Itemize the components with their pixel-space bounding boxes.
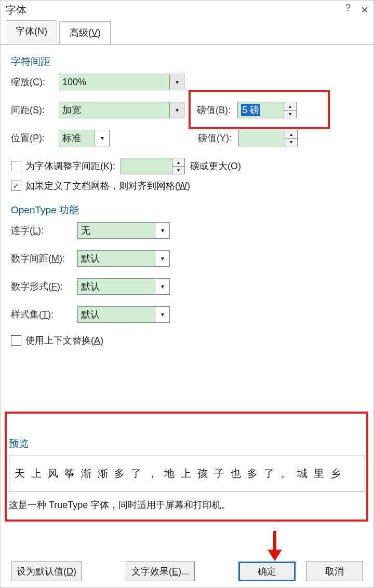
scale-label: 缩放(C): [11,76,59,88]
dialog-title: 字体 [6,3,26,17]
grid-checkbox[interactable]: ✓ 如果定义了文档网格，则对齐到网格(W) [11,180,190,192]
bangzhi-value: 5 磅 [241,104,260,116]
kerning-value [121,158,172,174]
grid-label: 如果定义了文档网格，则对齐到网格(W) [25,180,190,192]
spin-down-icon[interactable]: ▾ [285,139,297,146]
spin-up-icon[interactable]: ▴ [172,158,184,167]
ligature-combo[interactable]: 无 ▾ [77,222,170,239]
ligature-value: 无 [77,222,155,239]
bangzhi2-label: 磅值(Y): [198,132,238,144]
ok-button[interactable]: 确定 [238,562,296,581]
scale-combo[interactable]: 100% ▾ [59,74,184,90]
set-default-button[interactable]: 设为默认值(D) [11,562,82,581]
numform-combo[interactable]: 默认 ▾ [77,278,170,295]
kerning-spin[interactable]: ▴▾ [121,158,185,174]
chevron-down-icon[interactable]: ▾ [95,130,110,146]
spacing-label: 间距(S): [11,104,59,116]
font-dialog: 字体 ? × 字体(N) 高级(V) 字符间距 缩放(C): 100% ▾ 间距… [0,0,374,588]
spacing-value: 加宽 [59,102,170,118]
tab-advanced[interactable]: 高级(V) [59,21,111,45]
context-label: 使用上下文替换(A) [25,334,103,347]
chevron-down-icon[interactable]: ▾ [170,74,184,90]
numsp-value: 默认 [77,250,155,267]
bangzhi2-value [238,130,285,146]
checkbox-checked-icon: ✓ [11,181,21,191]
spacing-combo[interactable]: 加宽 ▾ [59,102,184,118]
checkbox-unchecked-icon [11,161,21,171]
tab-content: 字符间距 缩放(C): 100% ▾ 间距(S): 加宽 ▾ 磅值(B): 5 … [1,44,373,563]
style-label: 样式集(T): [11,308,77,321]
kerning-label: 为字体调整字间距(K): [25,160,115,172]
numform-value: 默认 [77,278,155,295]
kerning-unit: 磅或更大(O) [190,160,241,172]
chevron-down-icon[interactable]: ▾ [155,222,170,239]
cancel-button[interactable]: 取消 [306,562,363,581]
section-char-spacing-title: 字符间距 [11,55,363,69]
numsp-combo[interactable]: 默认 ▾ [77,250,170,267]
tabs: 字体(N) 高级(V) [1,17,373,44]
checkbox-unchecked-icon [11,335,21,346]
tab-font[interactable]: 字体(N) [6,20,57,44]
style-combo[interactable]: 默认 ▾ [77,306,170,323]
style-value: 默认 [77,306,155,323]
numform-label: 数字形式(F): [11,280,77,293]
bangzhi-spin[interactable]: 5 磅 ▴▾ [237,102,297,118]
bangzhi-label: 磅值(B): [197,104,237,116]
kerning-checkbox[interactable]: 为字体调整字间距(K): [11,160,115,172]
title-bar: 字体 ? × [1,1,373,17]
bangzhi2-spin[interactable]: ▴▾ [238,130,298,146]
chevron-down-icon[interactable]: ▾ [155,306,170,323]
position-value: 标准 [59,130,95,146]
spin-up-icon[interactable]: ▴ [284,102,296,111]
close-icon[interactable]: × [361,3,368,17]
position-label: 位置(P): [11,132,59,144]
chevron-down-icon[interactable]: ▾ [155,278,170,295]
ligature-label: 连字(L): [11,224,77,237]
spin-down-icon[interactable]: ▾ [172,167,184,174]
help-icon[interactable]: ? [345,3,351,17]
preview-title: 预览 [9,437,365,450]
chevron-down-icon[interactable]: ▾ [155,250,170,267]
text-effects-button[interactable]: 文字效果(E)... [126,562,195,581]
spin-up-icon[interactable]: ▴ [285,130,297,139]
spin-down-icon[interactable]: ▾ [284,111,296,118]
preview-note: 这是一种 TrueType 字体，同时适用于屏幕和打印机。 [9,499,365,511]
preview-box: 天上风筝渐渐多了，地上孩子也多了。城里乡 [9,456,365,491]
button-bar: 设为默认值(D) 文字效果(E)... 确定 取消 [1,556,373,587]
numsp-label: 数字间距(M): [11,252,77,265]
context-checkbox[interactable]: 使用上下文替换(A) [11,334,103,347]
position-combo[interactable]: 标准 ▾ [59,130,110,146]
scale-value: 100% [59,74,170,90]
chevron-down-icon[interactable]: ▾ [170,102,184,118]
section-opentype-title: OpenType 功能 [11,203,363,217]
